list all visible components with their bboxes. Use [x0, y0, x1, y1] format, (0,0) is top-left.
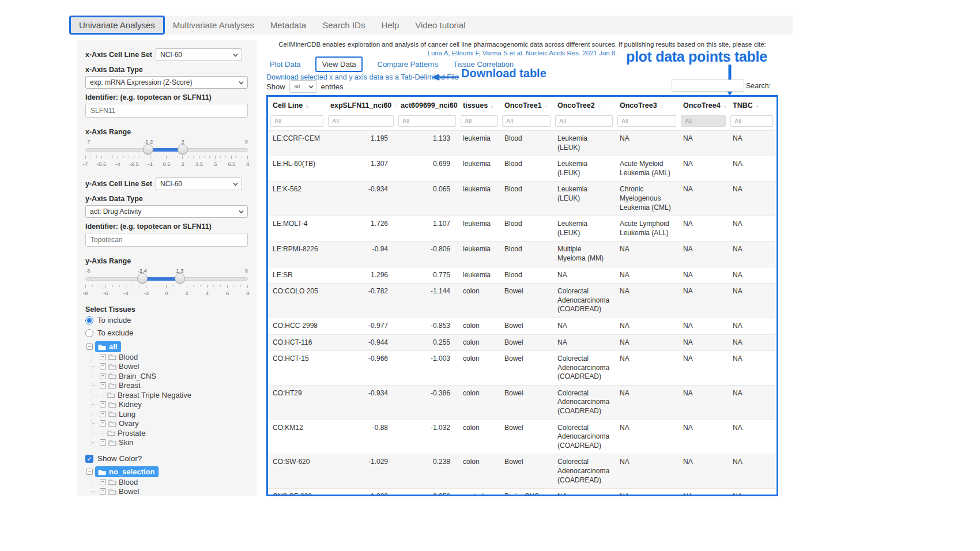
tree-item-brain-cns[interactable]: +Brain_CNS	[92, 371, 248, 381]
table-row[interactable]: LE:RPMI-8226-0.94-0.806leukemiaBloodMult…	[268, 241, 775, 267]
slider-handle[interactable]	[137, 273, 148, 284]
expand-icon[interactable]: +	[100, 354, 106, 360]
y-axis-cell-line-set-select[interactable]: NCI-60	[156, 178, 242, 190]
table-row[interactable]: CO:HT29-0.934-0.386colonBowelColorectal …	[268, 385, 775, 420]
x-axis-identifier-input[interactable]	[85, 104, 248, 118]
expand-icon[interactable]: +	[100, 373, 106, 379]
tree-root-no-selection[interactable]: −no_selection	[86, 466, 248, 477]
tree-connector	[92, 491, 97, 492]
tree-item-breast-triple-negative[interactable]: Breast Triple Negative	[92, 390, 248, 400]
expand-icon[interactable]: +	[100, 420, 106, 427]
collapse-icon[interactable]: −	[86, 469, 93, 475]
tree-root-all[interactable]: −all	[86, 341, 248, 352]
tree-item-breast[interactable]: +Breast	[92, 381, 248, 391]
slider-handle[interactable]	[143, 144, 153, 154]
nav-tab-multivariate-analyses[interactable]: Multivariate Analyses	[165, 16, 262, 35]
table-row[interactable]: CO:KM12-0.88-1.032colonBowelColorectal A…	[268, 420, 775, 454]
table-row[interactable]: LE:MOLT-41.7261.107leukemiaBloodLeukemia…	[268, 216, 775, 241]
tab-view-data[interactable]: View Data	[315, 56, 362, 72]
y-axis-range-slider[interactable]: -88-2.41.3-8-6-4-202468	[85, 267, 248, 297]
expand-icon[interactable]: +	[100, 488, 106, 495]
y-axis-identifier-input[interactable]	[85, 233, 248, 247]
column-header-tissues[interactable]: tissues↑↓	[458, 97, 500, 114]
tab-plot-data[interactable]: Plot Data	[270, 60, 300, 69]
table-row[interactable]: LE:HL-60(TB)1.3070.699leukemiaBloodLeuke…	[268, 156, 775, 182]
sort-icon[interactable]: ↑↓	[723, 103, 726, 109]
table-row[interactable]: LE:K-562-0.9340.065leukemiaBloodLeukemia…	[268, 182, 775, 216]
tree-item-lung[interactable]: +Lung	[92, 409, 248, 419]
expand-icon[interactable]: +	[100, 439, 106, 446]
column-filter-tissues[interactable]	[461, 115, 497, 127]
table-row[interactable]: CNS:SF-2681.8630.958central nervous syst…	[268, 489, 775, 496]
nav-tab-univariate-analyses[interactable]: Univariate Analyses	[69, 16, 165, 35]
nav-tab-video-tutorial[interactable]: Video tutorial	[407, 16, 473, 35]
tab-compare-patterns[interactable]: Compare Patterns	[378, 60, 439, 69]
tab-tissue-correlation[interactable]: Tissue Correlation	[453, 60, 514, 69]
x-axis-cell-line-set-select[interactable]: NCI-60	[156, 48, 242, 61]
table-row[interactable]: CO:HCC-2998-0.977-0.853colonBowelNANANAN…	[268, 318, 775, 334]
column-filter-oncotree4[interactable]	[681, 115, 726, 127]
tree-item-blood[interactable]: +Blood	[92, 352, 248, 362]
tree-item-bowel[interactable]: +Bowel	[92, 362, 248, 372]
nav-tab-search-ids[interactable]: Search IDs	[314, 16, 373, 35]
collapse-icon[interactable]: −	[86, 344, 93, 350]
column-filter-cell-line[interactable]	[270, 115, 323, 127]
checkbox-checked-icon[interactable]: ✓	[85, 455, 93, 463]
slider-handle[interactable]	[175, 273, 185, 284]
tree-item-blood[interactable]: +Blood	[92, 477, 248, 487]
tree-root-selected[interactable]: no_selection	[95, 466, 159, 477]
column-header-oncotree4[interactable]: OncoTree4↑↓	[679, 97, 728, 114]
column-filter-oncotree2[interactable]	[555, 115, 613, 127]
x-axis-range-slider[interactable]: -78-1.22-7-5.5-4-2.5-10.523.556.58	[85, 138, 248, 168]
expand-icon[interactable]: +	[100, 479, 106, 485]
table-row[interactable]: CO:COLO 205-0.782-1.144colonBowelColorec…	[268, 284, 775, 318]
sort-icon[interactable]: ↑↓	[394, 103, 396, 109]
column-header-oncotree3[interactable]: OncoTree3↑↓	[615, 97, 679, 114]
x-axis-range-label: x-Axis Range	[85, 128, 248, 136]
column-filter-expslfn11-nci60[interactable]	[328, 115, 394, 127]
column-header-cell-line[interactable]: Cell Line↑↓	[268, 97, 326, 114]
tree-item-bowel[interactable]: +Bowel	[92, 487, 248, 496]
table-row[interactable]: LE:SR1.2960.775leukemiaBloodNANANANA	[268, 267, 775, 284]
column-filter-tnbc[interactable]	[730, 115, 773, 127]
x-axis-data-type-select[interactable]: exp: mRNA Expression (Z-Score)	[85, 76, 248, 89]
radio-icon[interactable]	[85, 316, 93, 324]
expand-icon[interactable]: +	[100, 401, 106, 407]
column-filter-oncotree1[interactable]	[502, 115, 551, 127]
column-header-oncotree2[interactable]: OncoTree2↑↓	[553, 97, 615, 114]
tree-item-ovary[interactable]: +Ovary	[92, 419, 248, 429]
sort-icon[interactable]: ↑↓	[755, 103, 758, 109]
expand-icon[interactable]: +	[100, 411, 106, 417]
column-header-expslfn11-nci60[interactable]: expSLFN11_nci60↑↓	[326, 97, 396, 114]
column-filter-act609699-nci60[interactable]	[398, 115, 456, 127]
show-color-checkbox-row[interactable]: ✓ Show Color?	[85, 454, 248, 463]
entries-count-select[interactable]: 60	[289, 80, 317, 93]
column-header-tnbc[interactable]: TNBC↑↓	[728, 97, 775, 114]
radio-to-exclude[interactable]: To exclude	[85, 329, 248, 337]
y-axis-data-type-select[interactable]: act: Drug Activity	[85, 205, 248, 218]
tree-item-prostate[interactable]: Prostate	[92, 428, 248, 438]
table-row[interactable]: CO:SW-620-1.0290.238colonBowelColorectal…	[268, 454, 775, 489]
column-header-oncotree1[interactable]: OncoTree1↑↓	[500, 97, 553, 114]
radio-to-include[interactable]: To include	[85, 316, 248, 324]
sort-icon[interactable]: ↑↓	[597, 103, 600, 109]
sort-icon[interactable]: ↑↓	[544, 103, 547, 109]
table-row[interactable]: LE:CCRF-CEM1.1951.133leukemiaBloodLeukem…	[268, 131, 775, 156]
table-row[interactable]: CO:HCT-15-0.966-1.003colonBowelColorecta…	[268, 351, 775, 386]
tree-item-skin[interactable]: +Skin	[92, 438, 248, 448]
table-search-input[interactable]	[672, 80, 744, 92]
tree-root-selected[interactable]: all	[95, 341, 121, 352]
slider-handle[interactable]	[178, 144, 188, 154]
table-row[interactable]: CO:HCT-116-0.9440.255colonBowelNANANANA	[268, 334, 775, 351]
column-filter-oncotree3[interactable]	[617, 115, 676, 127]
radio-icon[interactable]	[85, 329, 93, 337]
nav-tab-help[interactable]: Help	[373, 16, 407, 35]
expand-icon[interactable]: +	[100, 363, 106, 369]
expand-icon[interactable]: +	[100, 382, 106, 388]
sort-icon[interactable]: ↑↓	[659, 103, 662, 109]
sort-icon[interactable]: ↑↓	[490, 103, 493, 109]
tree-item-kidney[interactable]: +Kidney	[92, 400, 248, 410]
column-header-act609699-nci60[interactable]: act609699_nci60↑↓	[396, 97, 458, 114]
sort-icon[interactable]: ↑↓	[305, 103, 308, 109]
nav-tab-metadata[interactable]: Metadata	[262, 16, 315, 35]
